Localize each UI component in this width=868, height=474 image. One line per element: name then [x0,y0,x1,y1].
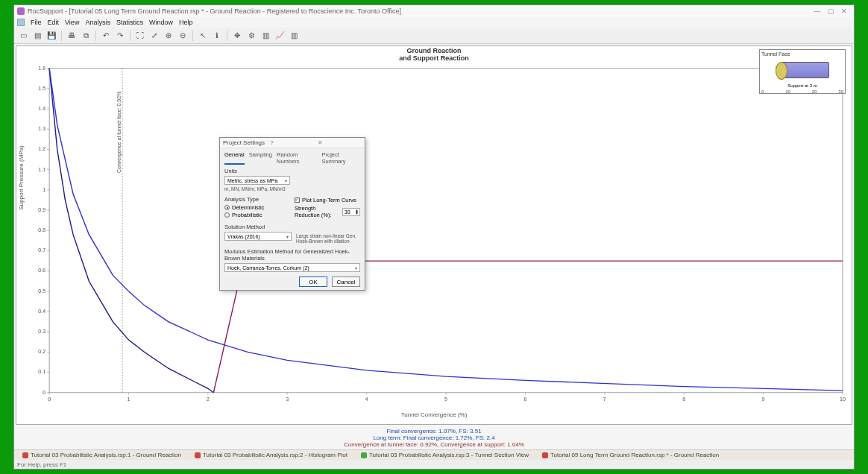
doc-tab[interactable]: Tutorial 03 Probabilistic Analysis.rsp:1… [17,451,186,460]
chart-icon[interactable]: 📈 [274,30,286,42]
dlg-tab-sampling[interactable]: Sampling [249,151,272,165]
svg-text:1.4: 1.4 [38,106,45,111]
svg-text:1: 1 [128,396,130,402]
dlg-tab-project summary[interactable]: Project Summary [321,151,360,165]
dlg-tab-general[interactable]: General [224,151,245,165]
summary-block: Final convergence: 1.07%, FS: 3.51 Long … [14,426,854,449]
minimize-button[interactable]: — [811,7,824,15]
svg-text:0.4: 0.4 [38,309,45,314]
units-select[interactable]: Metric, stress as MPa ▾ [224,176,290,185]
info-icon[interactable]: ℹ [211,30,223,42]
window-title: RocSupport - [Tutorial 05 Long Term Grou… [28,7,811,15]
redo-icon[interactable]: ↷ [114,30,126,42]
plot-long-term-checkbox[interactable]: Plot Long-Term Curve [295,197,360,203]
undo-icon[interactable]: ↶ [100,30,112,42]
chart-summary [16,424,852,425]
support-icon[interactable]: ▥ [260,30,271,42]
strength-val: 30 [345,209,350,215]
tunnel-legend: Tunnel Face Support at 3 m 0102030 [759,49,846,94]
document-tabs: Tutorial 03 Probabilistic Analysis.rsp:1… [14,449,854,460]
analysis-label: Analysis Type [224,196,290,203]
svg-text:1: 1 [43,187,45,192]
svg-text:1.2: 1.2 [38,147,45,152]
zoom-out-icon[interactable]: ⊖ [177,30,189,42]
radio-deterministic[interactable]: Deterministic [224,204,290,211]
svg-text:0.2: 0.2 [38,349,45,354]
print-icon[interactable]: 🖶 [66,30,78,42]
solution-select[interactable]: Vrakas (2016) ▾ [224,232,292,241]
tab-label: Tutorial 03 Probabilistic Analysis.rsp:3… [369,452,529,458]
legend-tick: 0 [761,89,764,94]
project-settings-dialog: Project Settings ? ✕ GeneralSamplingRand… [219,137,365,291]
solution-label: Solution Method [224,224,360,230]
solution-note: Large strain non-linear Gen. Hoek-Brown … [296,233,360,244]
zoom-window-icon[interactable]: ⛶ [134,30,146,42]
units-label: Units [224,168,360,174]
svg-text:7: 7 [603,396,606,402]
new-icon[interactable]: ▭ [17,30,29,42]
chart-area: Ground Reaction and Support Reaction 00.… [16,45,852,425]
menu-help[interactable]: Help [179,19,193,26]
radio-det-label: Deterministic [232,204,264,211]
titlebar: RocSupport - [Tutorial 05 Long Term Grou… [14,5,854,17]
close-button[interactable]: ✕ [837,7,851,15]
strength-reduction-input[interactable]: 30 ▴▾ [342,208,360,216]
svg-text:6: 6 [523,396,526,402]
tab-label: Tutorial 03 Probabilistic Analysis.rsp:2… [203,452,347,458]
menu-edit[interactable]: Edit [48,19,60,26]
chevron-down-icon: ▾ [355,265,357,271]
modulus-value: Hoek, Carranza-Torres, Corkum (2) [227,265,309,271]
ok-button[interactable]: OK [299,276,327,287]
select-icon[interactable]: ↖ [197,30,209,42]
tab-icon [542,452,548,458]
zoom-extents-icon[interactable]: ⤢ [148,30,160,42]
settings-icon[interactable]: ⚙ [245,30,257,42]
histogram-icon[interactable]: ▥ [288,30,300,42]
dialog-help-icon[interactable]: ? [270,139,314,146]
menu-view[interactable]: View [65,19,79,26]
pan-icon[interactable]: ✥ [231,30,243,42]
svg-text:0.8: 0.8 [38,227,45,233]
svg-text:1.6: 1.6 [38,66,45,71]
svg-text:10: 10 [840,396,846,402]
doc-tab[interactable]: Tutorial 03 Probabilistic Analysis.rsp:2… [189,451,353,460]
svg-text:1.3: 1.3 [38,126,45,131]
dialog-close-icon[interactable]: ✕ [318,139,362,146]
plot-long-label: Plot Long-Term Curve [302,197,356,203]
tunnel-diagram [761,57,843,83]
svg-text:0: 0 [48,396,51,402]
save-icon[interactable]: 💾 [45,30,57,42]
tab-icon [361,452,367,458]
copy-icon[interactable]: ⧉ [80,30,92,42]
tab-label: Tutorial 03 Probabilistic Analysis.rsp:1… [31,452,181,458]
doc-tab[interactable]: Tutorial 03 Probabilistic Analysis.rsp:3… [356,451,534,460]
statusbar: For Help, press F1 [14,460,854,469]
y-axis-label: Support Pressure (MPa) [18,145,25,209]
svg-rect-0 [49,69,843,393]
zoom-in-icon[interactable]: ⊕ [163,30,174,42]
menu-statistics[interactable]: Statistics [116,19,143,26]
radio-probabilistic[interactable]: Probabilistic [224,212,290,218]
summary-line3: Convergence at tunnel face: 0.92%, Conve… [14,441,854,448]
cancel-button[interactable]: Cancel [332,276,360,287]
tab-icon [195,452,201,458]
units-note: m, MN, MN/m, MPa, MN/m3 [224,186,360,192]
summary-line1: Final convergence: 1.07%, FS: 3.51 [14,428,854,434]
legend-tick: 30 [838,89,843,94]
menu-window[interactable]: Window [149,19,173,26]
menu-analysis[interactable]: Analysis [85,19,110,26]
checkbox-icon [295,197,300,203]
radio-icon [224,205,230,210]
svg-text:5: 5 [444,396,447,402]
dlg-tab-random numbers[interactable]: Random Numbers [277,151,318,165]
modulus-select[interactable]: Hoek, Carranza-Torres, Corkum (2) ▾ [224,263,360,272]
legend-axis: 0102030 [761,89,843,94]
maximize-button[interactable]: ▢ [824,7,837,15]
doc-tab[interactable]: Tutorial 05 Long Term Ground Reaction.rs… [537,451,724,460]
menu-file[interactable]: File [31,19,42,26]
open-icon[interactable]: ▤ [31,30,43,42]
summary-line2: Long term: Final convergence: 1.72%, FS:… [14,434,854,441]
spinner-icon: ▴▾ [356,209,358,215]
dialog-title: Project Settings [223,139,267,146]
svg-text:0.7: 0.7 [38,248,45,253]
